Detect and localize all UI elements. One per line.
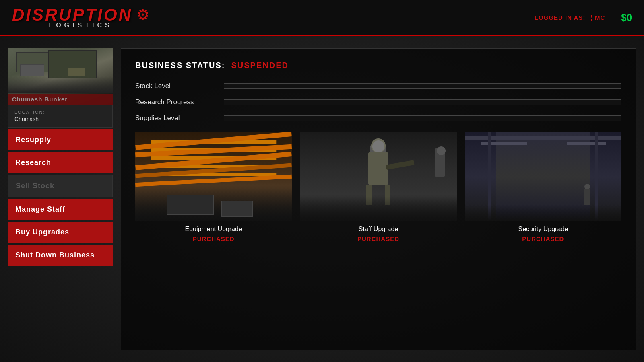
research-progress-row: Research Progress xyxy=(135,98,621,106)
sidebar: Chumash Bunker LOCATION: Chumash Resuppl… xyxy=(8,48,113,350)
equipment-upgrade-image xyxy=(135,132,292,221)
balance-display: $0 xyxy=(621,12,632,23)
security-upgrade-card[interactable]: Security Upgrade PURCHASED xyxy=(465,132,621,242)
location-box: LOCATION: Chumash xyxy=(8,105,113,128)
staff-upgrade-name: Staff Upgrade xyxy=(359,226,398,233)
logo-logistics: LOGISTICS xyxy=(49,22,112,29)
staff-upgrade-card[interactable]: Staff Upgrade PURCHASED xyxy=(300,132,456,242)
logo-disruption: DISRUPTION xyxy=(12,6,132,23)
equipment-upgrade-status: PURCHASED xyxy=(193,235,235,242)
staff-upgrade-status: PURCHASED xyxy=(357,235,399,242)
logo-area: DISRUPTION ⚙ LOGISTICS xyxy=(12,6,149,29)
supplies-level-bar xyxy=(224,115,621,121)
resupply-button[interactable]: Resupply xyxy=(8,129,113,150)
sell-stock-button: Sell Stock xyxy=(8,175,113,197)
research-progress-bar xyxy=(224,99,621,105)
security-upgrade-image xyxy=(465,132,621,221)
location-label: LOCATION: xyxy=(14,110,106,115)
equipment-upgrade-name: Equipment Upgrade xyxy=(185,226,242,233)
equipment-upgrade-card[interactable]: Equipment Upgrade PURCHASED xyxy=(135,132,292,242)
bunker-image: Chumash Bunker xyxy=(8,48,113,105)
research-progress-label: Research Progress xyxy=(135,98,216,106)
shut-down-button[interactable]: Shut Down Business xyxy=(8,245,113,266)
research-button[interactable]: Research xyxy=(8,152,113,173)
business-status-label: BUSINESS STATUS: xyxy=(135,61,225,70)
bunker-name: Chumash Bunker xyxy=(8,94,113,105)
stock-level-bar xyxy=(224,83,621,89)
header: DISRUPTION ⚙ LOGISTICS LOGGED IN AS: ¦ M… xyxy=(0,0,644,36)
logged-in-label: LOGGED IN AS: ¦ MC xyxy=(535,14,605,21)
manage-staff-button[interactable]: Manage Staff xyxy=(8,199,113,220)
buy-upgrades-button[interactable]: Buy Upgrades xyxy=(8,222,113,243)
gear-icon: ⚙ xyxy=(136,6,149,23)
content-panel: BUSINESS STATUS: SUSPENDED Stock Level R… xyxy=(121,48,636,350)
header-right: LOGGED IN AS: ¦ MC $0 xyxy=(535,12,632,23)
business-status-value: SUSPENDED xyxy=(231,61,289,70)
stock-level-label: Stock Level xyxy=(135,82,216,90)
supplies-level-label: Supplies Level xyxy=(135,114,216,122)
upgrades-section: Equipment Upgrade PURCHASED Staff xyxy=(135,132,621,242)
security-upgrade-status: PURCHASED xyxy=(522,235,564,242)
stock-level-row: Stock Level xyxy=(135,82,621,90)
business-status-row: BUSINESS STATUS: SUSPENDED xyxy=(135,61,621,70)
security-upgrade-name: Security Upgrade xyxy=(518,226,568,233)
location-value: Chumash xyxy=(14,116,106,122)
supplies-level-row: Supplies Level xyxy=(135,114,621,122)
main-layout: Chumash Bunker LOCATION: Chumash Resuppl… xyxy=(0,36,644,362)
staff-upgrade-image xyxy=(300,132,456,221)
